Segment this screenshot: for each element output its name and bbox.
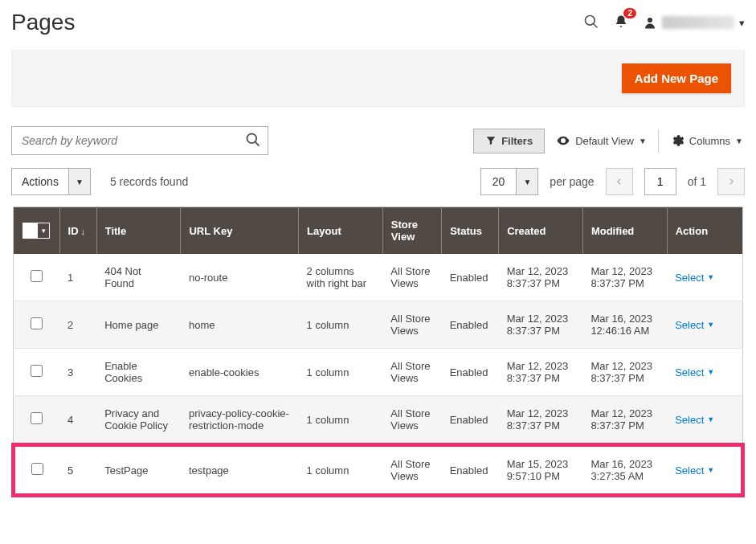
separator bbox=[658, 129, 659, 152]
row-checkbox[interactable] bbox=[31, 463, 43, 475]
cell-id: 1 bbox=[59, 254, 96, 301]
cell-modified: Mar 16, 2023 3:27:35 AM bbox=[582, 445, 667, 496]
col-header-store-view[interactable]: Store View bbox=[382, 207, 441, 255]
gear-icon bbox=[670, 133, 684, 148]
cell-url-key: testpage bbox=[181, 445, 299, 496]
cell-layout: 1 column bbox=[299, 445, 383, 496]
row-select-action[interactable]: Select ▼ bbox=[675, 366, 714, 378]
notifications-icon[interactable]: 2 bbox=[614, 14, 628, 31]
cell-url-key: enable-cookies bbox=[181, 349, 299, 396]
cell-created: Mar 12, 2023 8:37:37 PM bbox=[499, 349, 583, 396]
user-menu[interactable]: ▾ bbox=[643, 15, 745, 30]
action-bar: Add New Page bbox=[11, 50, 745, 107]
cell-status: Enabled bbox=[442, 301, 499, 349]
row-checkbox[interactable] bbox=[31, 365, 43, 377]
row-select-action[interactable]: Select ▼ bbox=[675, 319, 714, 331]
header-tools: 2 ▾ bbox=[583, 14, 745, 32]
col-header-status[interactable]: Status bbox=[442, 207, 499, 255]
row-checkbox[interactable] bbox=[31, 412, 43, 424]
next-page-button[interactable] bbox=[717, 168, 745, 195]
mass-actions-dropdown[interactable]: Actions ▼ bbox=[11, 168, 91, 195]
user-icon bbox=[643, 15, 657, 30]
col-header-layout[interactable]: Layout bbox=[299, 207, 383, 255]
cell-title: Privacy and Cookie Policy bbox=[96, 396, 181, 445]
chevron-down-icon: ▼ bbox=[707, 415, 714, 423]
chevron-down-icon: ▼ bbox=[707, 368, 714, 376]
table-row[interactable]: 2Home pagehome1 columnAll Store ViewsEna… bbox=[14, 301, 743, 349]
cell-store-view: All Store Views bbox=[382, 254, 441, 301]
table-row[interactable]: 3Enable Cookiesenable-cookies1 columnAll… bbox=[14, 349, 743, 396]
col-header-title[interactable]: Title bbox=[96, 207, 181, 255]
search-icon[interactable] bbox=[583, 14, 599, 32]
cell-id: 3 bbox=[59, 349, 96, 396]
chevron-down-icon: ▾ bbox=[739, 17, 745, 29]
svg-point-3 bbox=[247, 133, 257, 143]
search-submit-icon[interactable] bbox=[245, 132, 261, 150]
funnel-icon bbox=[485, 135, 497, 146]
row-checkbox[interactable] bbox=[31, 270, 43, 282]
cell-layout: 2 columns with right bar bbox=[299, 254, 383, 301]
columns-button[interactable]: Columns ▼ bbox=[668, 130, 745, 151]
per-page-label: per page bbox=[550, 175, 594, 188]
col-header-url-key[interactable]: URL Key bbox=[181, 207, 299, 255]
row-select-action[interactable]: Select ▼ bbox=[675, 414, 714, 426]
table-row[interactable]: 4Privacy and Cookie Policyprivacy-policy… bbox=[14, 396, 743, 445]
sort-desc-icon: ↓ bbox=[81, 227, 86, 236]
columns-label: Columns bbox=[689, 135, 730, 147]
cell-store-view: All Store Views bbox=[382, 301, 441, 349]
notifications-badge: 2 bbox=[623, 8, 636, 18]
cell-store-view: All Store Views bbox=[382, 349, 441, 396]
cell-created: Mar 12, 2023 8:37:37 PM bbox=[499, 254, 583, 301]
cell-created: Mar 12, 2023 8:37:37 PM bbox=[499, 301, 583, 349]
user-name bbox=[662, 16, 734, 29]
cell-id: 2 bbox=[59, 301, 96, 349]
svg-line-4 bbox=[255, 141, 259, 145]
per-page-value: 20 bbox=[480, 168, 517, 195]
eye-icon bbox=[556, 133, 570, 148]
cell-url-key: no-route bbox=[181, 254, 299, 301]
cell-store-view: All Store Views bbox=[382, 396, 441, 445]
chevron-down-icon[interactable]: ▼ bbox=[516, 168, 538, 195]
cell-title: Enable Cookies bbox=[96, 349, 181, 396]
cell-url-key: home bbox=[181, 301, 299, 349]
records-found: 5 records found bbox=[110, 175, 188, 188]
search-box bbox=[11, 126, 268, 155]
default-view-button[interactable]: Default View ▼ bbox=[554, 130, 648, 151]
pages-grid: ▼ ID↓ Title URL Key Layout Store View St… bbox=[11, 207, 745, 497]
chevron-down-icon: ▼ bbox=[707, 273, 714, 281]
col-header-checkbox[interactable]: ▼ bbox=[14, 207, 60, 255]
chevron-down-icon[interactable]: ▼ bbox=[68, 168, 91, 195]
cell-created: Mar 12, 2023 8:37:37 PM bbox=[499, 396, 583, 445]
cell-modified: Mar 16, 2023 12:46:16 AM bbox=[582, 301, 667, 349]
prev-page-button[interactable] bbox=[606, 168, 633, 195]
cell-modified: Mar 12, 2023 8:37:37 PM bbox=[582, 349, 667, 396]
cell-status: Enabled bbox=[442, 254, 499, 301]
row-checkbox[interactable] bbox=[31, 317, 43, 329]
cell-layout: 1 column bbox=[299, 349, 383, 396]
add-new-page-button[interactable]: Add New Page bbox=[622, 63, 731, 93]
svg-point-2 bbox=[648, 18, 652, 22]
table-row[interactable]: 1404 Not Foundno-route2 columns with rig… bbox=[14, 254, 743, 301]
col-header-created[interactable]: Created bbox=[499, 207, 583, 255]
cell-url-key: privacy-policy-cookie-restriction-mode bbox=[181, 396, 299, 445]
cell-id: 4 bbox=[59, 396, 96, 445]
cell-created: Mar 15, 2023 9:57:10 PM bbox=[499, 445, 583, 496]
cell-title: TestPage bbox=[96, 445, 181, 496]
svg-point-0 bbox=[586, 15, 595, 25]
default-view-label: Default View bbox=[575, 135, 634, 147]
row-select-action[interactable]: Select ▼ bbox=[675, 464, 714, 477]
row-select-action[interactable]: Select ▼ bbox=[675, 272, 714, 284]
search-input[interactable] bbox=[22, 134, 245, 147]
svg-line-1 bbox=[594, 23, 598, 27]
of-label: of 1 bbox=[688, 175, 706, 188]
col-header-id[interactable]: ID↓ bbox=[59, 207, 96, 255]
chevron-down-icon: ▼ bbox=[639, 137, 647, 145]
per-page-select[interactable]: 20 ▼ bbox=[480, 168, 539, 195]
cell-layout: 1 column bbox=[299, 301, 383, 349]
filters-button[interactable]: Filters bbox=[473, 129, 545, 153]
col-header-modified[interactable]: Modified bbox=[582, 207, 667, 255]
page-number-input[interactable] bbox=[644, 168, 676, 195]
col-header-action: Action bbox=[667, 207, 742, 255]
page-title: Pages bbox=[11, 10, 75, 35]
table-row[interactable]: 5TestPagetestpage1 columnAll Store Views… bbox=[14, 445, 743, 496]
